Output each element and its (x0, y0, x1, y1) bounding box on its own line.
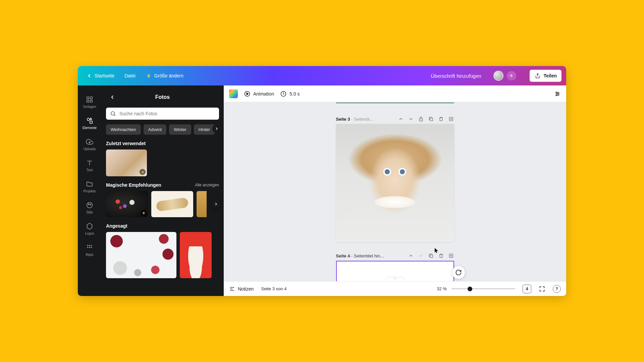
rail-label: Apps (86, 253, 94, 256)
delete-icon[interactable] (438, 253, 444, 259)
rail-label: Vorlagen (83, 105, 96, 109)
page-3-subtitle[interactable]: - Seitentit… (350, 117, 374, 122)
rail-text[interactable]: Text (78, 156, 101, 175)
recent-title: Zuletzt verwendet (106, 141, 146, 146)
notes-button[interactable]: Notizen (229, 286, 254, 292)
trending-thumb-2[interactable] (180, 232, 212, 278)
resize-label: Größe ändern (154, 73, 183, 78)
duplicate-icon[interactable] (428, 253, 434, 259)
avatar[interactable] (493, 71, 503, 81)
apps-icon (86, 243, 94, 251)
page-3-wrap: Seite 3 - Seitentit… (336, 116, 454, 242)
page-count-button[interactable]: 4 (523, 285, 531, 293)
app-window: Startseite Datei ♛ Größe ändern Überschr… (78, 66, 566, 296)
add-member-button[interactable]: + (507, 71, 516, 80)
add-page-icon[interactable] (448, 253, 454, 259)
magic-thumb-1[interactable]: ♛ (106, 191, 148, 217)
document-title-input[interactable]: Überschrift hinzufügen (431, 73, 481, 79)
svg-rect-3 (87, 100, 89, 102)
help-button[interactable]: ? (553, 285, 561, 293)
magic-next-button[interactable] (212, 200, 220, 208)
svg-point-10 (87, 245, 89, 246)
duplicate-icon[interactable] (428, 116, 434, 122)
rail-label: Elemente (83, 126, 97, 130)
recent-section: Zuletzt verwendet ♛ (101, 135, 224, 176)
uploads-icon (86, 138, 94, 146)
file-menu[interactable]: Datei (121, 70, 139, 81)
expand-panel-handle[interactable]: ⌃ (386, 277, 405, 281)
svg-point-23 (556, 92, 557, 93)
magic-thumb-2[interactable] (151, 191, 193, 217)
canvas-area: Animation 5.0 s Seite 3 - Seitentit… (224, 85, 566, 296)
trending-thumb-1[interactable] (106, 232, 176, 278)
page-4-subtitle[interactable]: - Seitentitel hin… (350, 253, 384, 258)
chip-winter[interactable]: Winter (169, 124, 191, 135)
rail-label: Uploads (84, 147, 96, 151)
add-page-icon[interactable] (448, 116, 454, 122)
svg-point-8 (88, 204, 89, 205)
animate-icon (244, 90, 251, 97)
search-input-wrap[interactable] (106, 108, 219, 120)
left-rail: Vorlagen Elemente Uploads Text Projekte … (78, 85, 101, 296)
magic-section: Magische Empfehlungen Alle anzeigen ♛ (101, 176, 224, 217)
footer-bar: Notizen Seite 3 von 4 32 % 4 ? (224, 281, 566, 296)
delete-icon[interactable] (438, 116, 444, 122)
move-up-icon[interactable] (398, 116, 404, 122)
settings-icon[interactable] (554, 90, 561, 97)
background-color-button[interactable] (229, 89, 238, 98)
recent-thumb-portrait[interactable]: ♛ (106, 149, 147, 176)
svg-point-25 (556, 95, 557, 96)
rail-templates[interactable]: Vorlagen (78, 92, 101, 112)
fullscreen-button[interactable] (539, 286, 545, 292)
chips-next-button[interactable] (212, 124, 221, 133)
search-input[interactable] (119, 111, 215, 116)
rail-uploads[interactable]: Uploads (78, 134, 101, 154)
rail-logos[interactable]: Logos (78, 219, 101, 239)
chip-advent[interactable]: Advent (144, 124, 166, 135)
animation-button[interactable]: Animation (244, 90, 274, 97)
resize-button[interactable]: ♛ Größe ändern (142, 70, 187, 82)
chip-hintergrund[interactable]: Hinter (194, 124, 215, 135)
panel-back-button[interactable] (107, 92, 118, 103)
clock-icon (280, 90, 287, 97)
undo-button[interactable] (190, 72, 197, 79)
svg-rect-2 (90, 97, 92, 99)
notes-label: Notizen (238, 286, 254, 292)
share-label: Teilen (544, 73, 557, 78)
palette-icon (86, 201, 94, 209)
rail-elements[interactable]: Elemente (78, 113, 101, 133)
chip-weihnachten[interactable]: Weihnachten (106, 124, 141, 135)
magic-thumb-3[interactable] (197, 191, 207, 217)
insights-button[interactable] (520, 72, 526, 79)
rail-label: Stile (86, 210, 93, 214)
page-indicator[interactable]: Seite 3 von 4 (261, 286, 286, 291)
svg-point-5 (87, 118, 90, 121)
move-up-icon[interactable] (408, 253, 414, 259)
rail-apps[interactable]: Apps (78, 240, 101, 260)
share-button[interactable]: Teilen (530, 70, 561, 82)
svg-point-15 (91, 247, 92, 248)
home-button[interactable]: Startseite (83, 70, 118, 82)
rail-styles[interactable]: Stile (78, 198, 101, 218)
canvas-viewport[interactable]: Seite 3 - Seitentit… (224, 102, 566, 281)
text-icon (86, 159, 94, 167)
top-bar: Startseite Datei ♛ Größe ändern Überschr… (78, 66, 566, 85)
rail-projects[interactable]: Projekte (78, 177, 101, 196)
trending-title: Angesagt (106, 223, 127, 229)
zoom-slider-thumb[interactable] (468, 287, 472, 291)
svg-line-17 (114, 115, 115, 116)
regenerate-button[interactable] (452, 266, 465, 279)
lock-icon[interactable] (418, 116, 424, 122)
move-down-icon[interactable] (408, 116, 414, 122)
see-all-link[interactable]: Alle anzeigen (195, 183, 219, 187)
svg-rect-29 (430, 255, 433, 257)
redo-button[interactable] (200, 72, 207, 79)
zoom-slider[interactable] (451, 288, 515, 289)
svg-point-9 (90, 204, 91, 205)
page-3-canvas[interactable] (336, 124, 454, 242)
duration-button[interactable]: 5.0 s (280, 90, 300, 97)
notes-icon (229, 286, 235, 292)
cloud-sync-icon[interactable] (210, 72, 217, 79)
share-icon (534, 72, 541, 79)
photos-panel: Fotos Weihnachten Advent Winter Hinter Z… (101, 85, 224, 296)
